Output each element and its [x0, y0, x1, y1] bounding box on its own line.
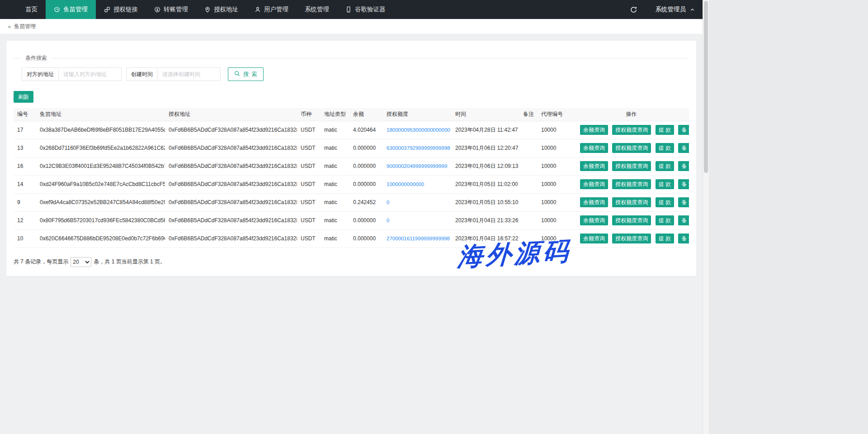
nav-item-system-management[interactable]: 系统管理 [297, 0, 337, 19]
balance-query-button[interactable]: 余额查询 [580, 125, 608, 135]
quota-link[interactable]: 6300003792999999999998 [387, 145, 450, 151]
withdraw-button[interactable]: 提 款 [656, 161, 674, 171]
nav-item-label: 转账管理 [164, 5, 188, 14]
cell-agent-id: 10000 [538, 121, 574, 139]
search-button-label: 搜 索 [243, 71, 257, 78]
cell-time: 2023年01月05日 11:02:00 [452, 175, 519, 193]
quota-query-button[interactable]: 授权额度查询 [612, 179, 651, 189]
breadcrumb-label: 鱼苗管理 [14, 23, 36, 30]
cell-currency: USDT [297, 175, 321, 193]
cell-balance: 0.000000 [349, 157, 383, 175]
cell-quota: 0 [383, 193, 452, 211]
nav-item-label: 系统管理 [305, 5, 329, 14]
nav-item-user-management[interactable]: 用户管理 [246, 0, 297, 19]
refresh-icon[interactable] [630, 6, 637, 14]
withdraw-button[interactable]: 提 款 [656, 234, 674, 243]
table-row: 14 0xd24F960aF9a10B5c02e748E7cAcCbd8C11c… [14, 175, 689, 193]
nav-item-auth-address[interactable]: 授权地址 [196, 0, 246, 19]
withdraw-button[interactable]: 提 款 [656, 179, 674, 189]
cell-actions: 余额查询 授权额度查询 提 款 备 注 [574, 175, 689, 193]
table-header-row: 编号 鱼苗地址 授权地址 币种 地址类型 余额 授权额度 时间 备注 代理编号 … [14, 108, 689, 121]
remark-button[interactable]: 备 注 [678, 125, 689, 135]
col-header-remark: 备注 [519, 108, 538, 121]
app-window: 首页 鱼苗管理 授权链接 转账管理 授权地址 [0, 0, 703, 434]
quota-query-button[interactable]: 授权额度查询 [612, 197, 651, 207]
cell-address-type: matic [321, 139, 349, 157]
remark-button[interactable]: 备 注 [678, 179, 689, 189]
remark-button[interactable]: 备 注 [678, 143, 689, 153]
cell-actions: 余额查询 授权额度查询 提 款 备 注 [574, 139, 689, 157]
col-header-time: 时间 [452, 108, 519, 121]
nav-item-home[interactable]: 首页 [17, 0, 46, 19]
cell-actions: 余额查询 授权额度查询 提 款 备 注 [574, 121, 689, 139]
withdraw-button[interactable]: 提 款 [656, 143, 674, 153]
quota-query-button[interactable]: 授权额度查询 [612, 125, 651, 135]
withdraw-button[interactable]: 提 款 [656, 197, 674, 207]
nav-item-fish-management[interactable]: 鱼苗管理 [46, 0, 96, 19]
top-navbar: 首页 鱼苗管理 授权链接 转账管理 授权地址 [0, 0, 703, 19]
cell-address-type: matic [321, 157, 349, 175]
nav-item-transfer-management[interactable]: 转账管理 [146, 0, 196, 19]
quota-link[interactable]: 0 [387, 218, 389, 223]
balance-query-button[interactable]: 余额查询 [580, 234, 608, 243]
quota-link[interactable]: 900000204999999999999 [387, 163, 447, 169]
table-row: 16 0x12C9B3E03ff4001Ed3E95248B7C45034f0B… [14, 157, 689, 175]
cell-id: 16 [14, 157, 36, 175]
withdraw-button[interactable]: 提 款 [656, 215, 674, 225]
balance-query-button[interactable]: 余额查询 [580, 161, 608, 171]
address-field-label: 对方的地址 [22, 67, 59, 81]
search-legend: 条件搜索 [21, 54, 52, 62]
quota-link[interactable]: 1800000953000000000000 [387, 127, 450, 133]
quota-link[interactable]: 0 [387, 200, 389, 205]
user-menu[interactable]: 系统管理员 [656, 5, 696, 14]
cell-agent-id: 10000 [538, 157, 574, 175]
cell-remark [519, 175, 538, 193]
quota-link[interactable]: 1000000000000 [387, 181, 424, 187]
vertical-scrollbar[interactable] [703, 0, 709, 434]
scrollbar-thumb[interactable] [704, 1, 708, 173]
balance-query-button[interactable]: 余额查询 [580, 143, 608, 153]
balance-query-button[interactable]: 余额查询 [580, 197, 608, 207]
search-icon [234, 71, 240, 78]
cell-actions: 余额查询 授权额度查询 提 款 备 注 [574, 157, 689, 175]
chevron-up-icon [689, 6, 695, 13]
cell-actions: 余额查询 授权额度查询 提 款 备 注 [574, 193, 689, 211]
cell-fish-address: 0x38a387DeAB6beDf69f8eBF8051BB17E29A4055… [36, 121, 165, 139]
cell-actions: 余额查询 授权额度查询 提 款 备 注 [574, 229, 689, 248]
withdraw-button[interactable]: 提 款 [656, 125, 674, 135]
nav-item-google-authenticator[interactable]: 谷歌验证器 [337, 0, 394, 19]
quota-query-button[interactable]: 授权额度查询 [612, 215, 651, 225]
create-time-input[interactable] [157, 67, 221, 81]
table-row: 10 0x620C6646675D886bDE95208E0ed0b7c72F6… [14, 229, 689, 248]
address-input[interactable] [58, 67, 122, 81]
remark-button[interactable]: 备 注 [678, 234, 689, 243]
nav-item-label: 首页 [25, 5, 38, 14]
search-button[interactable]: 搜 索 [228, 67, 264, 81]
cell-balance: 0.000000 [349, 211, 383, 229]
breadcrumb: » 鱼苗管理 [0, 19, 703, 34]
cell-fish-address: 0x80F795d6B57203017cd936FEc5842380C0BCd5… [36, 211, 165, 229]
balance-query-button[interactable]: 余额查询 [580, 179, 608, 189]
refresh-button[interactable]: 刷新 [14, 91, 33, 103]
cell-auth-address: 0xFd6B6B5ADdCdF328A087a854f23dd9216Ca183… [165, 211, 297, 229]
quota-query-button[interactable]: 授权额度查询 [612, 161, 651, 171]
quota-link[interactable]: 2700001611999999999998 [387, 236, 450, 241]
remark-button[interactable]: 备 注 [678, 197, 689, 207]
cell-auth-address: 0xFd6B6B5ADdCdF328A087a854f23dd9216Ca183… [165, 139, 297, 157]
nav-item-label: 谷歌验证器 [355, 5, 386, 14]
cell-balance: 0.000000 [349, 175, 383, 193]
col-header-id: 编号 [14, 108, 36, 121]
cell-fish-address: 0x620C6646675D886bDE95208E0ed0b7c72F6b69… [36, 229, 165, 248]
nav-item-label: 授权链接 [113, 5, 138, 14]
quota-query-button[interactable]: 授权额度查询 [612, 234, 651, 243]
table-body: 17 0x38a387DeAB6beDf69f8eBF8051BB17E29A4… [14, 121, 689, 248]
cell-currency: USDT [297, 157, 321, 175]
page-size-select[interactable]: 20 [71, 257, 91, 267]
content-card: 条件搜索 对方的地址 创建时间 搜 索 刷新 [6, 41, 696, 276]
remark-button[interactable]: 备 注 [678, 215, 689, 225]
quota-query-button[interactable]: 授权额度查询 [612, 143, 651, 153]
nav-item-auth-links[interactable]: 授权链接 [96, 0, 146, 19]
balance-query-button[interactable]: 余额查询 [580, 215, 608, 225]
remark-button[interactable]: 备 注 [678, 161, 689, 171]
cell-auth-address: 0xFd6B6B5ADdCdF328A087a854f23dd9216Ca183… [165, 193, 297, 211]
